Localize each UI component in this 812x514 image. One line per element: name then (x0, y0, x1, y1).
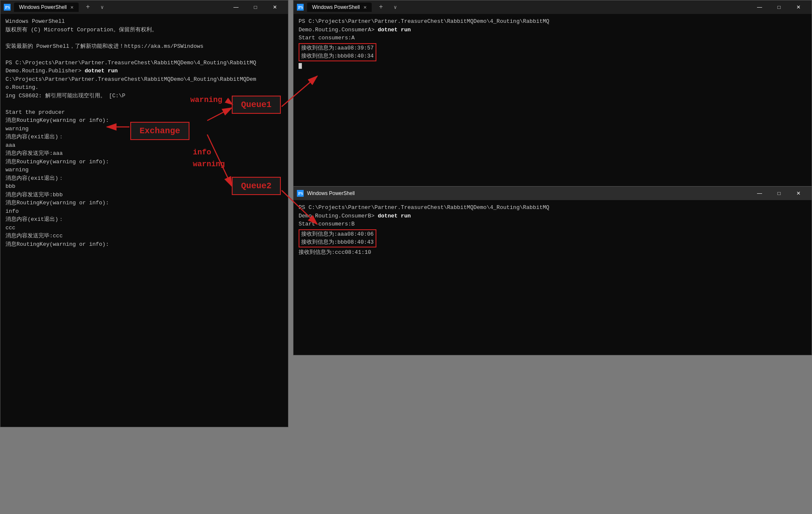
consumer-b-prompt1: PS C:\Projects\Partner\Partner.TreasureC… (299, 203, 807, 212)
consumer-a-window-controls: — □ ✕ (750, 0, 808, 14)
warning-annotation2: warning (193, 160, 225, 168)
publisher-tab[interactable]: Windows PowerShell ✕ (14, 3, 79, 12)
consumer-b-terminal-body[interactable]: PS C:\Projects\Partner\Partner.TreasureC… (294, 200, 812, 355)
publisher-line-21: info (5, 207, 283, 216)
consumer-a-highlight-box: 接收到信息为:aaa08:39:57 接收到信息为:bbb08:40:34 (299, 43, 376, 61)
consumer-a-line-3: 接收到信息为:bbb08:40:34 (301, 52, 374, 60)
consumer-a-cursor: █ (299, 62, 807, 71)
svg-text:PS: PS (298, 5, 303, 10)
consumer-b-titlebar: PS Windows PowerShell — □ ✕ (294, 187, 812, 200)
consumer-b-cmd: dotnet run (378, 213, 411, 219)
consumer-b-window: PS Windows PowerShell — □ ✕ PS C:\Projec… (293, 186, 812, 355)
consumer-b-maximize[interactable]: □ (769, 187, 789, 200)
publisher-titlebar: PS Windows PowerShell ✕ + ∨ — □ ✕ (0, 0, 288, 14)
consumer-a-line-2: 接收到信息为:aaa08:39:57 (301, 44, 374, 52)
consumer-b-line-2: 接收到信息为:aaa08:40:06 (301, 230, 374, 239)
publisher-close[interactable]: ✕ (265, 0, 285, 14)
consumer-b-prompt2: Demo.Routing.ConsumerB> dotnet run (299, 212, 807, 220)
publisher-line-5: Demo.Routing.Publisher> dotnet run (5, 67, 283, 75)
publisher-new-tab[interactable]: + (82, 1, 94, 13)
publisher-line-blank1 (5, 34, 283, 42)
consumer-a-tab-close[interactable]: ✕ (363, 5, 367, 10)
consumer-b-icon: PS (297, 190, 304, 197)
consumer-a-terminal-body[interactable]: PS C:\Projects\Partner\Partner.TreasureC… (294, 14, 812, 194)
publisher-line-24: 消息内容发送完毕:ccc (5, 232, 283, 240)
publisher-line-22: 消息内容(exit退出)： (5, 215, 283, 224)
consumer-b-close[interactable]: ✕ (789, 187, 808, 200)
consumer-b-line-1: Start consumers:B (299, 220, 807, 228)
publisher-tab-chevron[interactable]: ∨ (97, 1, 107, 13)
consumer-a-maximize[interactable]: □ (769, 0, 789, 14)
publisher-line-25: 消息RoutingKey(warning or info): (5, 240, 283, 249)
consumer-b-minimize[interactable]: — (750, 187, 769, 200)
publisher-line-1: Windows PowerShell (5, 17, 283, 26)
publisher-minimize[interactable]: — (226, 0, 246, 14)
publisher-terminal-body[interactable]: Windows PowerShell 版权所有 (C) Microsoft Co… (0, 14, 288, 427)
warning-annotation: warning (190, 96, 222, 104)
publisher-line-20: 消息RoutingKey(warning or info): (5, 199, 283, 207)
publisher-cmd: dotnet run (85, 68, 118, 74)
publisher-line-3: 安装最新的 PowerShell，了解新功能和改进！https://aka.ms… (5, 42, 283, 51)
consumer-a-close[interactable]: ✕ (789, 0, 808, 14)
consumer-a-tab-chevron[interactable]: ∨ (390, 1, 401, 13)
consumer-a-window: PS Windows PowerShell ✕ + ∨ — □ ✕ PS C:\… (293, 0, 812, 195)
publisher-line-15: 消息RoutingKey(warning or info): (5, 158, 283, 166)
consumer-a-prompt1: PS C:\Projects\Partner\Partner.TreasureC… (299, 17, 807, 26)
consumer-a-tab-label: Windows PowerShell (312, 4, 360, 10)
publisher-icon: PS (4, 4, 11, 11)
consumer-b-highlight-box: 接收到信息为:aaa08:40:06 接收到信息为:bbb08:40:43 (299, 229, 376, 247)
queue1-label: Queue1 (232, 96, 281, 114)
svg-text:PS: PS (298, 191, 303, 196)
consumer-b-line-3: 接收到信息为:bbb08:40:43 (301, 238, 374, 247)
publisher-window: PS Windows PowerShell ✕ + ∨ — □ ✕ Window… (0, 0, 288, 427)
publisher-window-controls: — □ ✕ (226, 0, 285, 14)
svg-text:PS: PS (5, 5, 10, 10)
consumer-b-title: Windows PowerShell (307, 190, 746, 196)
publisher-tab-close[interactable]: ✕ (70, 5, 74, 10)
publisher-line-16: warning (5, 166, 283, 174)
publisher-line-blank2 (5, 50, 283, 59)
queue2-label: Queue2 (232, 177, 281, 195)
publisher-line-14: 消息内容发送完毕:aaa (5, 149, 283, 158)
consumer-a-cmd: dotnet run (378, 27, 411, 33)
publisher-line-13: aaa (5, 141, 283, 150)
publisher-line-7: o.Routing. (5, 83, 283, 92)
consumer-a-minimize[interactable]: — (750, 0, 769, 14)
exchange-label: Exchange (130, 122, 189, 140)
publisher-line-23: ccc (5, 224, 283, 232)
consumer-a-line-1: Start consumers:A (299, 34, 807, 42)
consumer-a-prompt2: Demo.Routing.ConsumerA> dotnet run (299, 26, 807, 34)
consumer-a-icon: PS (297, 4, 304, 11)
publisher-maximize[interactable]: □ (246, 0, 265, 14)
consumer-a-new-tab[interactable]: + (375, 1, 387, 13)
publisher-tab-label: Windows PowerShell (19, 4, 67, 10)
info-annotation: info (193, 148, 211, 157)
publisher-line-4: PS C:\Projects\Partner\Partner.TreasureC… (5, 59, 283, 67)
consumer-a-titlebar: PS Windows PowerShell ✕ + ∨ — □ ✕ (294, 0, 812, 14)
consumer-b-window-controls: — □ ✕ (750, 187, 808, 200)
consumer-a-tab[interactable]: Windows PowerShell ✕ (307, 3, 372, 12)
publisher-line-2: 版权所有 (C) Microsoft Corporation。保留所有权利。 (5, 26, 283, 34)
publisher-line-6: C:\Projects\Partner\Partner.TreasureChes… (5, 75, 283, 84)
consumer-b-line-4: 接收到信息为:ccc08:41:10 (299, 248, 807, 257)
